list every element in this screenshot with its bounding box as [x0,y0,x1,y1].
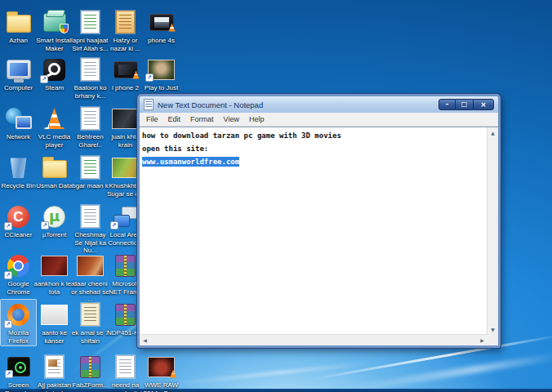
desktop-icon-azhan[interactable]: Azhan [0,7,37,47]
folder-icon [42,160,67,178]
icon-label: Recycle Bin [0,182,39,190]
doc-icon [81,58,100,81]
installer-icon [43,13,66,32]
shortcut-badge [5,370,13,378]
horizontal-scrollbar[interactable]: ◀ ▶ [140,334,487,345]
maximize-button[interactable]: □ [456,99,473,110]
icon-label: phone 4s [141,37,182,45]
thumb-face-icon [148,60,175,80]
icon-label: Smart Install Maker [34,37,75,52]
notepad-icon [144,99,154,110]
icon-label: Usman Data [34,182,75,190]
shortcut-badge [110,221,118,229]
shortcut-badge [4,222,12,230]
scroll-up-icon[interactable]: ▲ [487,127,498,138]
icon-label: Hafzy or nazar ki ... [105,37,146,52]
menubar: FileEditFormatViewHelp [140,113,498,127]
icon-label: VLC media player [34,133,75,149]
thumb-dark-icon [112,109,139,129]
desktop-icon-smart-install-maker[interactable]: Smart Install Maker [36,7,73,54]
recycle-icon [11,157,27,178]
desktop-icon-computer[interactable]: Computer [0,54,37,94]
network-icon [6,108,32,129]
text-editor[interactable]: how to download tarzan pc game with 3D m… [140,127,498,345]
desktop-icon-behtreen-gharel[interactable]: Behtreen Gharel.. [72,103,109,150]
doc-icon [81,205,100,228]
vlc-badge [132,71,140,79]
desktop-icon-fabzform[interactable]: FabZForm... [72,351,109,391]
icon-label: i phone 2 [105,84,146,92]
desktop-icon-cheshmay-se-nijat[interactable]: Cheshmay Se Nijat ka Nu... [72,201,109,256]
light-streak-glow [344,352,552,392]
shortcut-badge [40,75,48,83]
desktop-icon-network[interactable]: Network [0,103,37,143]
desktop-icon-steam[interactable]: Steam [36,54,73,94]
winrar-icon [115,255,136,277]
thumb-wwe-icon [148,357,175,377]
recorder-icon [7,357,30,376]
desktop-icon-daar-cheeni[interactable]: daar cheeni or shehad se ... [72,250,109,305]
desktop-icon-hafzy-or-nazar-ki[interactable]: Hafzy or nazar ki ... [107,7,144,54]
desktop-icon-ek-amal[interactable]: ek amal se 7 shifain [72,299,109,346]
minimize-button[interactable]: – [438,99,456,110]
chrome-icon [7,255,29,277]
desktop-icon-phone-4s[interactable]: phone 4s [143,7,180,47]
menu-view[interactable]: View [219,114,244,124]
scroll-left-icon[interactable]: ◀ [140,335,150,345]
folder-icon [7,15,31,33]
menu-help[interactable]: Help [244,114,269,124]
desktop-icon-neend-na-aane[interactable]: neend na aane ka ilaj [107,351,144,392]
firefox-icon [7,304,29,326]
thumb-darkred-icon [41,256,68,276]
utorrent-icon [43,206,65,228]
desktop[interactable]: Azhan Smart Install Maker apni haajaat S… [0,0,552,392]
desktop-icon-i-phone-2[interactable]: i phone 2 [107,54,144,94]
shortcut-badge [4,320,12,328]
desktop-icon-wwe-raw-2014[interactable]: WWE RAW 2014 - Bro... [143,351,180,392]
window-title: New Text Document - Notepad [158,100,438,109]
lan-icon [114,207,138,227]
doc-green-icon [81,156,100,179]
steam-icon [43,59,65,81]
text-line: how to download tarzan pc game with 3D m… [142,129,485,142]
desktop-icon-baaloon-ko[interactable]: Baaloon ko brhany k... [72,54,109,101]
doc-icon [116,355,135,378]
desktop-icon-mozilla-firefox[interactable]: Mozilla Firefox [0,299,37,346]
icon-label: neend na aane ka ilaj [105,381,146,392]
desktop-icon-bgar-maan-k[interactable]: bgar maan k [72,152,109,192]
desktop-icon-usman-data[interactable]: Usman Data [36,152,73,192]
notepad-titlebar[interactable]: New Text Document - Notepad – □ × [140,96,498,113]
notepad-window: New Text Document - Notepad – □ × FileEd… [137,94,501,348]
winrar-icon [80,356,100,378]
desktop-icon-utorrent[interactable]: µTorrent [36,201,73,241]
desktop-icon-aankhon-k[interactable]: aankhon k lea tota [36,250,73,297]
vlc-badge [169,370,177,378]
menu-format[interactable]: Format [185,114,219,124]
menu-edit[interactable]: Edit [163,114,186,124]
icon-label: Azhan [0,37,39,45]
icon-label: Steam [34,84,75,92]
desktop-icon-ajj-pakistan[interactable]: Ajj pakistan main is do... [36,351,73,392]
scrollbar-corner [487,335,498,345]
desktop-icon-aanto-ke-kanser[interactable]: aanto ke kanser [36,299,73,346]
winrar-icon [115,304,136,326]
close-button[interactable]: × [473,99,494,110]
vertical-scrollbar[interactable]: ▲ ▼ [487,127,498,335]
scroll-right-icon[interactable]: ▶ [477,335,487,345]
thumb-green-icon [112,158,139,178]
desktop-icon-ccleaner[interactable]: CCleaner [0,201,37,241]
shortcut-badge [4,271,12,279]
menu-file[interactable]: File [141,114,163,124]
desktop-icon-screen-recorder[interactable]: Screen Recorder [0,351,37,392]
thumb-red-icon [77,256,104,276]
desktop-icon-recycle-bin[interactable]: Recycle Bin [0,152,37,192]
desktop-icon-google-chrome[interactable]: Google Chrome [0,250,37,297]
icon-label: aanto ke kanser [34,329,75,345]
vlc-badge [168,24,176,32]
icon-label: Network [0,133,39,141]
desktop-icon-vlc-media-player[interactable]: VLC media player [36,103,73,150]
parchment-icon [116,11,135,33]
scroll-down-icon[interactable]: ▼ [487,324,498,335]
note-icon [81,303,100,326]
desktop-icon-apni-haajaat[interactable]: apni haajaat Sirf Allah s... [72,7,109,54]
